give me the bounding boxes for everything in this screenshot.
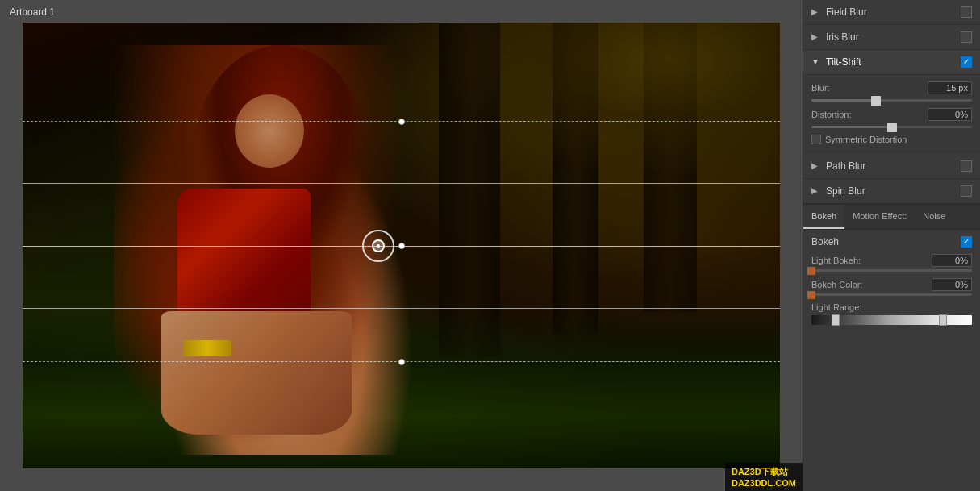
path-blur-checkbox[interactable] bbox=[961, 160, 972, 172]
guide-line-lower bbox=[23, 308, 780, 309]
tilt-shift-chevron: ▼ bbox=[811, 57, 821, 67]
canvas-background bbox=[23, 23, 780, 468]
light-bokeh-slider[interactable] bbox=[811, 269, 972, 272]
guide-line-bottom-dashed bbox=[23, 361, 780, 362]
checkmark-icon: ✓ bbox=[963, 58, 970, 66]
blur-control-row: Blur: bbox=[811, 81, 972, 94]
artboard-title: Artboard 1 bbox=[10, 6, 55, 18]
light-bokeh-row: Light Bokeh: bbox=[811, 254, 972, 272]
path-blur-label: Path Blur bbox=[826, 160, 961, 172]
guide-dot-top[interactable] bbox=[398, 119, 405, 125]
blur-slider-track[interactable] bbox=[811, 99, 972, 102]
light-range-label: Light Range: bbox=[811, 302, 972, 312]
symmetric-checkbox[interactable] bbox=[811, 135, 821, 144]
tilt-shift-label: Tilt-Shift bbox=[826, 56, 961, 68]
symmetric-row: Symmetric Distortion bbox=[811, 135, 972, 144]
distortion-control-row: Distortion: bbox=[811, 108, 972, 121]
spin-blur-label: Spin Blur bbox=[826, 185, 961, 197]
field-blur-checkbox[interactable] bbox=[961, 6, 972, 18]
distortion-value-input[interactable] bbox=[928, 108, 972, 121]
iris-blur-item[interactable]: ▶ Iris Blur bbox=[803, 25, 980, 50]
guide-dot-bottom[interactable] bbox=[398, 359, 405, 365]
blur-value-input[interactable] bbox=[928, 81, 972, 94]
light-bokeh-value[interactable] bbox=[932, 254, 972, 267]
iris-blur-label: Iris Blur bbox=[826, 31, 961, 43]
tab-bokeh[interactable]: Bokeh bbox=[803, 205, 844, 229]
guide-line-upper bbox=[23, 183, 780, 184]
tab-motion-effect[interactable]: Motion Effect: bbox=[844, 205, 915, 229]
light-range-right-thumb[interactable] bbox=[939, 314, 947, 326]
effects-content: Bokeh ✓ Light Bokeh: Bokeh Col bbox=[803, 230, 980, 491]
iris-blur-chevron: ▶ bbox=[811, 32, 821, 42]
blur-slider-thumb[interactable] bbox=[871, 96, 881, 106]
control-ring[interactable] bbox=[362, 230, 394, 262]
light-range-left-thumb[interactable] bbox=[832, 314, 840, 326]
light-range-row: Light Range: bbox=[811, 302, 972, 325]
bokeh-header: Bokeh ✓ bbox=[811, 236, 972, 248]
field-blur-chevron: ▶ bbox=[811, 7, 821, 17]
distortion-slider-track[interactable] bbox=[811, 126, 972, 128]
guide-line-top-dashed bbox=[23, 121, 780, 122]
bokeh-color-value[interactable] bbox=[932, 278, 972, 291]
bokeh-color-row: Bokeh Color: bbox=[811, 278, 972, 296]
field-blur-label: Field Blur bbox=[826, 6, 961, 18]
right-panel: ▶ Field Blur ▶ Iris Blur ▼ Tilt-Shift ✓ … bbox=[803, 0, 980, 491]
path-blur-chevron: ▶ bbox=[811, 161, 821, 171]
watermark: DAZ3D下载站 DAZ3DDL.COM bbox=[725, 463, 803, 491]
canvas-image[interactable] bbox=[23, 23, 780, 468]
iris-blur-checkbox[interactable] bbox=[961, 31, 972, 43]
bokeh-label: Bokeh bbox=[811, 236, 961, 248]
guide-dot-center[interactable] bbox=[398, 243, 405, 249]
bokeh-color-header: Bokeh Color: bbox=[811, 278, 972, 291]
blur-filters-section: ▶ Field Blur ▶ Iris Blur ▼ Tilt-Shift ✓ … bbox=[803, 0, 980, 205]
tilt-shift-checkbox[interactable]: ✓ bbox=[961, 56, 972, 68]
guide-line-center bbox=[23, 246, 780, 247]
watermark-line2: DAZ3DDL.COM bbox=[732, 478, 796, 488]
bokeh-checkmark-icon: ✓ bbox=[963, 238, 970, 246]
light-range-slider[interactable] bbox=[811, 315, 972, 325]
effects-area: Bokeh Motion Effect: Noise Bokeh ✓ Light bbox=[803, 205, 980, 491]
blur-slider-fill bbox=[811, 99, 876, 102]
blur-slider-container bbox=[811, 99, 972, 102]
watermark-line1: DAZ3D下载站 bbox=[732, 466, 796, 478]
spin-blur-item[interactable]: ▶ Spin Blur bbox=[803, 179, 980, 204]
canvas-area: Artboard 1 bbox=[0, 0, 803, 491]
tab-noise[interactable]: Noise bbox=[915, 205, 953, 229]
distortion-label: Distortion: bbox=[811, 110, 864, 119]
distortion-slider-fill bbox=[811, 126, 892, 128]
tilt-shift-item[interactable]: ▼ Tilt-Shift ✓ bbox=[803, 50, 980, 75]
light-bokeh-header: Light Bokeh: bbox=[811, 254, 972, 267]
distortion-slider-thumb[interactable] bbox=[887, 123, 897, 132]
light-bokeh-thumb[interactable] bbox=[807, 267, 815, 275]
bokeh-checkbox[interactable]: ✓ bbox=[961, 236, 972, 248]
path-blur-item[interactable]: ▶ Path Blur bbox=[803, 154, 980, 179]
spin-blur-checkbox[interactable] bbox=[961, 185, 972, 197]
bokeh-color-slider[interactable] bbox=[811, 293, 972, 296]
spin-blur-chevron: ▶ bbox=[811, 186, 821, 196]
distortion-slider-container bbox=[811, 126, 972, 128]
blur-label: Blur: bbox=[811, 83, 864, 93]
symmetric-label: Symmetric Distortion bbox=[825, 135, 907, 144]
light-bokeh-label: Light Bokeh: bbox=[811, 256, 932, 265]
effects-tabs: Bokeh Motion Effect: Noise bbox=[803, 205, 980, 230]
tilt-shift-content: Blur: Distortion: bbox=[803, 75, 980, 154]
bokeh-color-thumb[interactable] bbox=[807, 291, 815, 299]
field-blur-item[interactable]: ▶ Field Blur bbox=[803, 0, 980, 25]
bokeh-color-label: Bokeh Color: bbox=[811, 280, 932, 289]
